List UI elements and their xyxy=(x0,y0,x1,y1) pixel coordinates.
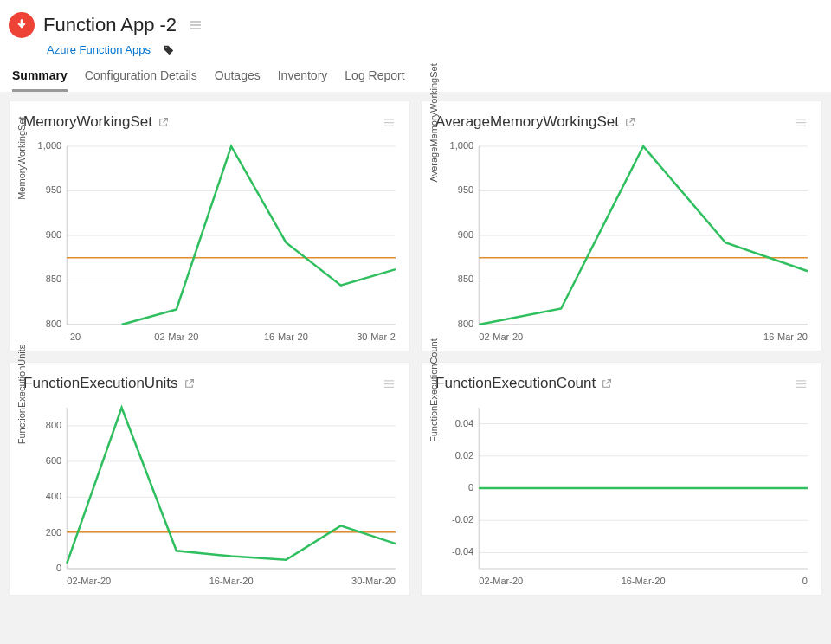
card-title: FunctionExecutionCount xyxy=(435,375,596,392)
hamburger-icon[interactable] xyxy=(795,116,808,129)
tab-outages[interactable]: Outages xyxy=(215,68,261,92)
svg-text:850: 850 xyxy=(46,274,61,285)
y-axis-label: FunctionExecutionUnits xyxy=(16,345,27,445)
svg-text:0.02: 0.02 xyxy=(455,450,474,460)
svg-text:-20: -20 xyxy=(67,332,81,342)
svg-text:800: 800 xyxy=(46,319,61,329)
breadcrumb-row: Azure Function Apps xyxy=(47,43,822,56)
svg-text:0: 0 xyxy=(56,563,61,573)
popout-icon[interactable] xyxy=(158,117,169,128)
chart-card-fec: FunctionExecutionCount FunctionExecution… xyxy=(421,362,822,596)
chart-area: FunctionExecutionCount -0.04-0.0200.020.… xyxy=(430,399,813,589)
svg-text:900: 900 xyxy=(458,229,473,240)
card-head: FunctionExecutionUnits xyxy=(18,375,401,392)
svg-text:800: 800 xyxy=(46,420,61,430)
tab-log-report[interactable]: Log Report xyxy=(345,68,404,92)
tab-summary[interactable]: Summary xyxy=(12,68,68,92)
card-title: FunctionExecutionUnits xyxy=(23,375,178,392)
hamburger-icon[interactable] xyxy=(795,377,808,390)
hamburger-icon[interactable] xyxy=(189,18,203,32)
tab-inventory[interactable]: Inventory xyxy=(278,68,328,92)
y-axis-label: AverageMemoryWorkingSet xyxy=(428,63,439,182)
svg-text:1,000: 1,000 xyxy=(38,140,62,151)
header: Function App -2 Azure Function Apps Summ… xyxy=(0,0,831,92)
chart-area: FunctionExecutionUnits 0200400600800 02-… xyxy=(18,399,401,589)
svg-point-2 xyxy=(165,47,167,48)
svg-text:1,000: 1,000 xyxy=(450,140,474,151)
card-head: FunctionExecutionCount xyxy=(430,375,813,392)
chart-card-avgmem: AverageMemoryWorkingSet AverageMemoryWor… xyxy=(421,100,822,351)
svg-text:16-Mar-20: 16-Mar-20 xyxy=(763,332,808,342)
svg-text:0: 0 xyxy=(802,576,808,586)
svg-text:02-Mar-20: 02-Mar-20 xyxy=(154,332,198,342)
svg-text:400: 400 xyxy=(46,491,61,501)
hamburger-icon[interactable] xyxy=(383,116,396,129)
svg-text:0.04: 0.04 xyxy=(455,418,474,428)
card-head: MemoryWorkingSet xyxy=(18,113,401,131)
popout-icon[interactable] xyxy=(184,378,195,390)
svg-text:-0.02: -0.02 xyxy=(452,514,473,525)
title-row: Function App -2 xyxy=(9,12,822,38)
status-down-icon xyxy=(9,12,35,38)
popout-icon[interactable] xyxy=(624,117,635,128)
svg-text:02-Mar-20: 02-Mar-20 xyxy=(67,576,111,586)
popout-icon[interactable] xyxy=(601,378,612,390)
hamburger-icon[interactable] xyxy=(383,377,396,390)
svg-text:16-Mar-20: 16-Mar-20 xyxy=(209,576,254,586)
page-title: Function App -2 xyxy=(43,14,177,36)
svg-text:800: 800 xyxy=(458,319,473,329)
svg-text:950: 950 xyxy=(46,185,61,196)
card-head: AverageMemoryWorkingSet xyxy=(430,113,813,131)
card-title: AverageMemoryWorkingSet xyxy=(435,113,619,131)
chart-area: AverageMemoryWorkingSet 8008509009501,00… xyxy=(430,138,813,345)
svg-text:200: 200 xyxy=(46,527,61,538)
tag-icon[interactable] xyxy=(163,44,175,56)
chart-card-feu: FunctionExecutionUnits FunctionExecution… xyxy=(9,362,410,596)
svg-rect-1 xyxy=(21,20,23,25)
svg-text:900: 900 xyxy=(46,229,61,240)
svg-text:02-Mar-20: 02-Mar-20 xyxy=(479,576,523,586)
svg-text:16-Mar-20: 16-Mar-20 xyxy=(264,332,308,342)
svg-text:30-Mar-2: 30-Mar-2 xyxy=(357,332,396,342)
y-axis-label: FunctionExecutionCount xyxy=(428,338,439,442)
svg-text:30-Mar-20: 30-Mar-20 xyxy=(351,576,396,586)
y-axis-label: MemoryWorkingSet xyxy=(16,116,27,199)
svg-text:850: 850 xyxy=(458,274,473,285)
svg-text:0: 0 xyxy=(468,482,473,493)
tab-configuration-details[interactable]: Configuration Details xyxy=(85,68,197,92)
card-title: MemoryWorkingSet xyxy=(23,113,152,131)
svg-text:950: 950 xyxy=(458,185,473,196)
svg-text:600: 600 xyxy=(46,455,61,466)
chart-card-mem: MemoryWorkingSet MemoryWorkingSet 800850… xyxy=(9,100,410,351)
svg-text:-0.04: -0.04 xyxy=(452,546,473,557)
svg-text:02-Mar-20: 02-Mar-20 xyxy=(479,332,523,342)
chart-area: MemoryWorkingSet 8008509009501,000 -2002… xyxy=(18,138,401,345)
breadcrumb-link[interactable]: Azure Function Apps xyxy=(47,43,151,56)
tabs: SummaryConfiguration DetailsOutagesInven… xyxy=(12,68,822,92)
svg-text:16-Mar-20: 16-Mar-20 xyxy=(622,576,666,586)
chart-grid: MemoryWorkingSet MemoryWorkingSet 800850… xyxy=(0,92,831,604)
